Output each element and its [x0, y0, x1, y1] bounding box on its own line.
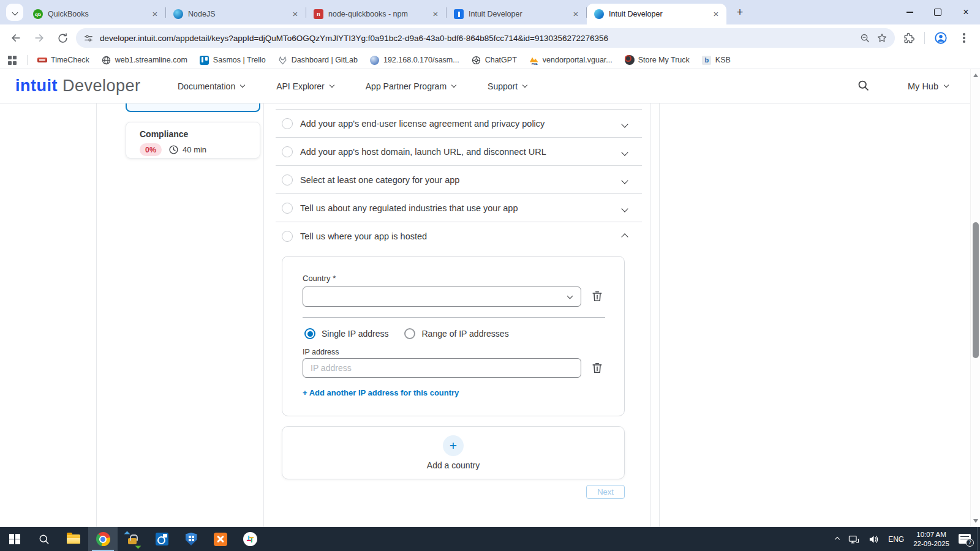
- outlook-button[interactable]: [147, 527, 176, 551]
- single-ip-radio[interactable]: [304, 328, 315, 339]
- extensions-puzzle-icon: [903, 32, 914, 44]
- slack-icon: [243, 532, 257, 546]
- tab-intuit-developer-active[interactable]: Intuit Developer ×: [587, 4, 726, 24]
- nav-api-explorer[interactable]: API Explorer: [276, 81, 334, 91]
- window-maximize-button[interactable]: [924, 0, 952, 24]
- tab-close-icon[interactable]: ×: [710, 9, 722, 20]
- new-tab-button[interactable]: +: [731, 4, 748, 21]
- tab-close-icon[interactable]: ×: [570, 9, 581, 20]
- taskbar-search-button[interactable]: [29, 527, 59, 551]
- hosting-country-panel: Country * Single IP address Range of IP …: [282, 256, 625, 416]
- page-scrollbar[interactable]: [970, 69, 980, 527]
- bookmark-streamline[interactable]: web1.streamline.com: [102, 55, 187, 65]
- browser-menu-button[interactable]: [954, 28, 974, 48]
- address-bar[interactable]: developer.intuit.com/appdetail/keys?appI…: [76, 28, 895, 48]
- nav-app-partner-program[interactable]: App Partner Program: [366, 81, 456, 91]
- bookmark-ksb[interactable]: b KSB: [702, 55, 731, 65]
- apps-grid-icon[interactable]: [7, 55, 17, 65]
- bookmark-label: Sasmos | Trello: [213, 56, 266, 64]
- trello-icon: [200, 56, 209, 65]
- file-explorer-button[interactable]: [59, 527, 88, 551]
- svg-text:PMA: PMA: [532, 62, 538, 66]
- nav-support[interactable]: Support: [488, 81, 527, 91]
- zoom-indicator-icon[interactable]: [860, 33, 870, 43]
- chevron-down-icon: [621, 177, 628, 184]
- network-icon[interactable]: [848, 534, 859, 544]
- expand-button[interactable]: [622, 174, 627, 186]
- volume-icon[interactable]: [869, 534, 879, 544]
- checklist-item-app-hosted[interactable]: Tell us where your app is hosted: [276, 222, 642, 250]
- sidebar-card-compliance[interactable]: Compliance 0% 40 min: [126, 122, 260, 159]
- delete-ip-button[interactable]: [589, 360, 605, 376]
- bookmark-trello[interactable]: Sasmos | Trello: [200, 55, 266, 65]
- browser-toolbar: developer.intuit.com/appdetail/keys?appI…: [0, 24, 980, 51]
- bookmark-timecheck[interactable]: TimeCheck: [37, 55, 89, 65]
- range-ip-label[interactable]: Range of IP addresses: [421, 329, 508, 339]
- show-desktop-button[interactable]: [977, 527, 980, 551]
- toolbar-divider: [924, 32, 925, 44]
- scroll-up-arrow[interactable]: [973, 73, 978, 77]
- range-ip-radio[interactable]: [404, 328, 415, 339]
- bookmark-chatgpt[interactable]: ChatGPT: [472, 55, 517, 65]
- checklist-item-regulated-industries[interactable]: Tell us about any regulated industries t…: [276, 193, 642, 222]
- bookmark-storemytruck[interactable]: Store My Truck: [625, 55, 690, 65]
- intuit-developer-logo[interactable]: intuit Developer: [15, 77, 141, 96]
- single-ip-label[interactable]: Single IP address: [322, 329, 388, 339]
- site-info-icon[interactable]: [83, 33, 94, 43]
- bookmark-ip-address[interactable]: 192.168.0.170/sasm...: [370, 55, 459, 65]
- winscp-button[interactable]: [118, 527, 147, 551]
- plus-icon[interactable]: +: [443, 435, 464, 456]
- chevron-down-icon: [330, 83, 334, 88]
- tab-nodejs[interactable]: NodeJS ×: [166, 4, 306, 24]
- tab-npm[interactable]: n node-quickbooks - npm ×: [306, 4, 446, 24]
- bookmark-star-icon[interactable]: [876, 32, 888, 43]
- chrome-taskbar-button[interactable]: [88, 527, 118, 551]
- delete-country-button[interactable]: [589, 288, 605, 304]
- site-search-button[interactable]: [857, 79, 870, 94]
- tab-title: Intuit Developer: [469, 10, 565, 18]
- extensions-button[interactable]: [899, 28, 918, 48]
- chevron-down-icon: [522, 83, 527, 88]
- expand-button[interactable]: [622, 146, 627, 157]
- tab-quickbooks[interactable]: qb QuickBooks ×: [26, 4, 165, 24]
- shield-app-button[interactable]: [176, 527, 206, 551]
- collapse-button[interactable]: [622, 231, 627, 242]
- bookmark-vendorportal[interactable]: PMA vendorportal.vguar...: [529, 55, 612, 65]
- tab-close-icon[interactable]: ×: [149, 9, 160, 20]
- xampp-button[interactable]: [206, 527, 235, 551]
- next-button[interactable]: Next: [586, 485, 625, 499]
- checklist-item-host-domain[interactable]: Add your app's host domain, launch URL, …: [276, 137, 642, 165]
- checklist-item-category[interactable]: Select at least one category for your ap…: [276, 165, 642, 193]
- start-button[interactable]: [0, 527, 29, 551]
- language-indicator[interactable]: ENG: [888, 535, 904, 544]
- action-center-button[interactable]: 7: [959, 534, 972, 545]
- url-text[interactable]: developer.intuit.com/appdetail/keys?appI…: [100, 34, 854, 43]
- tab-close-icon[interactable]: ×: [290, 9, 301, 20]
- my-hub-menu[interactable]: My Hub: [908, 69, 948, 103]
- bookmark-gitlab[interactable]: Dashboard | GitLab: [278, 55, 358, 65]
- forward-button[interactable]: [29, 28, 49, 48]
- scroll-down-arrow[interactable]: [973, 519, 978, 523]
- expand-button[interactable]: [622, 203, 627, 214]
- window-close-button[interactable]: ×: [952, 0, 980, 24]
- tab-intuit-developer[interactable]: Intuit Developer ×: [447, 4, 586, 24]
- window-minimize-button[interactable]: [895, 0, 924, 24]
- country-select[interactable]: [303, 287, 581, 307]
- ip-address-input[interactable]: [303, 358, 581, 378]
- tab-search-button[interactable]: [6, 4, 23, 21]
- slack-button[interactable]: [235, 527, 265, 551]
- tab-close-icon[interactable]: ×: [430, 9, 441, 20]
- profile-button[interactable]: [931, 28, 951, 48]
- taskbar-clock[interactable]: 10:07 AM 22-09-2025: [913, 530, 949, 549]
- expand-button[interactable]: [622, 118, 627, 129]
- sidebar-card-active-partial[interactable]: 17% 6 min: [126, 103, 260, 112]
- add-another-ip-link[interactable]: + Add another IP address for this countr…: [303, 388, 459, 397]
- back-button[interactable]: [6, 28, 26, 48]
- reload-button[interactable]: [53, 28, 72, 48]
- tray-expand-icon[interactable]: [835, 536, 840, 541]
- scrollbar-thumb[interactable]: [973, 222, 979, 358]
- add-country-card[interactable]: + Add a country: [282, 426, 625, 479]
- checklist-item-eula[interactable]: Add your app's end-user license agreemen…: [276, 109, 642, 137]
- secure-transfer-lock-icon: [125, 532, 140, 547]
- nav-documentation[interactable]: Documentation: [178, 81, 244, 91]
